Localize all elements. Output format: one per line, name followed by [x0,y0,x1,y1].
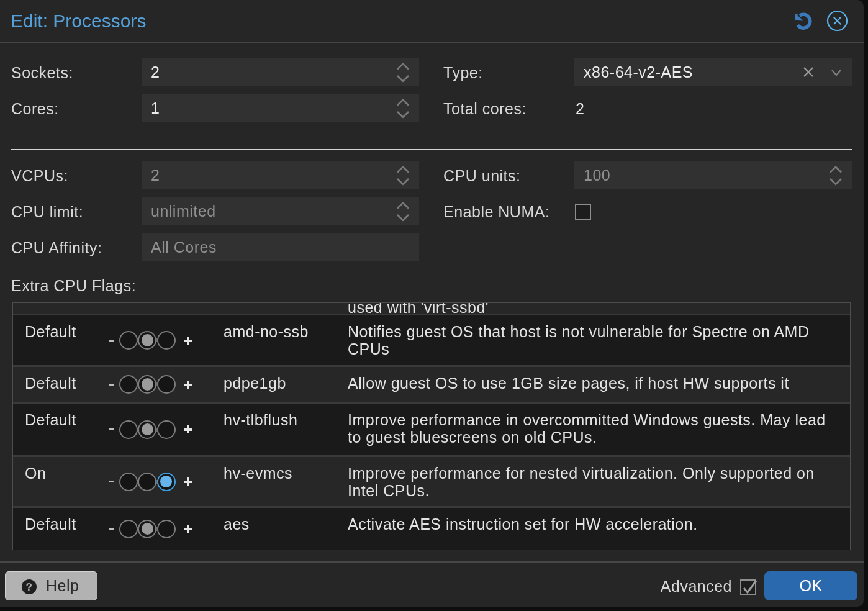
slider-dot-on[interactable] [157,331,176,350]
flag-row-pdpe1gb[interactable]: Default pdpe1gb Allow guest OS to use 1G… [13,367,850,404]
type-label: Type: [443,64,483,82]
slider-dot-fill [142,523,153,535]
vcpus-input[interactable]: 2 [142,161,419,189]
vcpus-spinner[interactable] [392,161,414,189]
tri-state-slider[interactable] [106,420,192,439]
slider-dots [119,420,176,439]
slider-dot-default[interactable] [138,473,156,491]
footer-divider [0,561,864,563]
enable-numa-label: Enable NUMA: [443,203,549,221]
flag-name: aes [224,515,250,533]
ok-button[interactable]: OK [764,571,857,600]
clear-icon[interactable] [803,66,814,78]
slider-dot-on[interactable] [157,420,176,439]
slider-dots [119,520,176,538]
section-divider [11,149,852,150]
slider-dot-off[interactable] [119,520,138,538]
slider-dot-off[interactable] [119,420,138,439]
slider-plus-icon[interactable] [184,425,192,433]
slider-dot-on[interactable] [157,375,176,394]
slider-dot-default[interactable] [138,520,156,538]
dialog-title: Edit: Processors [11,11,146,32]
flag-name: hv-evmcs [224,464,292,482]
clipped-grid-row[interactable]: used with 'virt-ssbd' [13,303,850,315]
clipped-flag-description: used with 'virt-ssbd' [348,303,489,315]
slider-minus-icon[interactable] [109,481,114,482]
chevron-down-icon[interactable] [831,69,842,76]
sockets-label: Sockets: [11,64,73,82]
tri-state-slider[interactable] [106,331,192,350]
flag-description: Improve performance for nested virtualiz… [348,464,815,499]
slider-dot-fill [160,476,172,487]
cpu-limit-spinner[interactable] [392,197,414,225]
tri-state-slider[interactable] [106,473,192,491]
cpu-units-input[interactable]: 100 [574,161,852,189]
advanced-label: Advanced [661,577,732,595]
slider-dot-on[interactable] [157,520,176,538]
slider-minus-icon[interactable] [109,428,114,430]
total-cores-label: Total cores: [443,100,527,118]
cpu-affinity-placeholder: All Cores [142,233,419,261]
flag-name: amd-no-ssb [224,323,309,340]
flag-row-aes[interactable]: Default aes Activate AES instruction set… [13,508,850,550]
slider-dot-default[interactable] [138,331,156,350]
flag-description: Allow guest OS to use 1GB size pages, if… [348,374,789,392]
dialog-header: Edit: Processors [0,0,864,43]
cores-input[interactable]: 1 [142,94,419,122]
slider-dot-off[interactable] [119,331,138,350]
checkmark-icon [740,578,759,597]
cpu-units-spinner[interactable] [825,161,847,189]
slider-dots [119,331,176,350]
slider-dot-on[interactable] [157,473,176,491]
flag-description-line: Activate AES instruction set for HW acce… [348,515,698,533]
tri-state-slider[interactable] [106,520,192,538]
slider-dot-fill [142,334,153,346]
cores-spinner[interactable] [392,94,414,122]
flag-row-amd-no-ssb[interactable]: Default amd-no-ssb Notifies guest OS tha… [13,315,850,367]
cpu-limit-input[interactable]: unlimited [142,197,419,225]
slider-minus-icon[interactable] [109,340,114,342]
reset-undo-icon[interactable] [795,12,812,30]
cores-value: 1 [142,94,419,122]
slider-minus-icon[interactable] [109,528,114,530]
slider-plus-icon[interactable] [184,477,192,486]
slider-dots [119,375,176,394]
sockets-input[interactable]: 2 [142,58,419,86]
slider-minus-icon[interactable] [109,384,114,386]
flag-description-line: CPUs [348,340,809,358]
flag-value: Default [25,411,76,428]
slider-dot-fill [142,423,153,435]
vcpus-label: VCPUs: [11,167,68,185]
type-combobox[interactable]: x86-64-v2-AES [574,58,852,86]
flag-row-hv-tlbflush[interactable]: Default hv-tlbflush Improve performance … [13,404,850,457]
edit-processors-dialog: Edit: Processors Sockets: 2 Type: x86-64… [0,0,864,607]
advanced-checkbox[interactable] [740,579,756,595]
flag-description: Improve performance in overcommitted Win… [348,411,826,446]
flag-value: On [25,464,46,482]
sockets-value: 2 [142,58,419,86]
flag-value: Default [25,374,76,392]
flag-description-line: Improve performance in overcommitted Win… [348,411,826,428]
slider-dots [119,473,176,491]
help-button-label: Help [46,577,79,595]
cpu-limit-placeholder: unlimited [142,197,419,225]
tri-state-slider[interactable] [106,375,192,394]
slider-dot-off[interactable] [119,473,138,491]
slider-plus-icon[interactable] [184,337,192,345]
slider-plus-icon[interactable] [184,381,192,389]
close-icon[interactable] [826,10,848,32]
flag-row-hv-evmcs[interactable]: On hv-evmcs Improve performance for nest… [13,457,850,508]
sockets-spinner[interactable] [392,58,414,86]
help-button[interactable]: ? Help [5,571,97,600]
slider-dot-off[interactable] [119,375,138,394]
cpu-limit-label: CPU limit: [11,203,83,221]
cpu-units-label: CPU units: [443,167,520,185]
cpu-units-value: 100 [574,161,852,189]
cores-label: Cores: [11,100,59,118]
enable-numa-checkbox[interactable] [575,204,591,220]
slider-plus-icon[interactable] [184,525,192,533]
slider-dot-default[interactable] [138,375,156,394]
cpu-affinity-input[interactable]: All Cores [142,233,419,261]
question-icon: ? [22,579,37,594]
slider-dot-default[interactable] [138,420,156,439]
